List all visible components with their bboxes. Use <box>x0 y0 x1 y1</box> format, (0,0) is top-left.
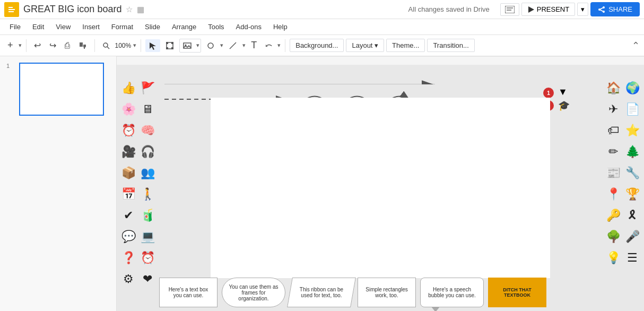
svg-point-11 <box>103 43 108 47</box>
icon-check[interactable]: ✔ <box>119 205 138 226</box>
icon-monitor[interactable]: 🖥 <box>138 99 157 120</box>
image-tool[interactable] <box>180 39 195 52</box>
menu-arrange[interactable]: Arrange <box>167 21 202 33</box>
icon-document[interactable]: 📄 <box>623 99 642 120</box>
icon-bulb[interactable]: 💡 <box>604 247 623 269</box>
share-button[interactable]: SHARE <box>590 2 640 16</box>
undo2-button[interactable]: ⤺ <box>262 38 275 53</box>
icon-tools[interactable]: 🔧 <box>623 162 642 184</box>
add-dropdown[interactable]: ▾ <box>19 42 22 49</box>
shape-ditch[interactable]: DITCH THAT TEXTBOOK <box>488 278 546 307</box>
shape-dropdown[interactable]: ▾ <box>220 42 223 49</box>
shape-speech-label: Here's a speech bubble you can use. <box>426 287 478 298</box>
icon-trophy[interactable]: 🏆 <box>623 184 642 205</box>
present-dropdown[interactable]: ▾ <box>577 3 588 16</box>
redo-button[interactable]: ↪ <box>46 38 59 53</box>
zoom-dropdown[interactable]: ▾ <box>133 42 136 49</box>
canvas-wrapper[interactable]: 👍 🚩 🌸 🖥 ⏰ 🧠 🎥 🎧 📦 👥 📅 🚶 ✔ 🧃 <box>117 65 644 311</box>
down-arrow-icon[interactable]: ▼ <box>558 87 570 98</box>
star-icon[interactable]: ☆ <box>126 5 133 14</box>
icon-newspaper[interactable]: 📰 <box>604 162 623 184</box>
icon-clock[interactable]: ⏰ <box>119 120 138 141</box>
menu-slide[interactable]: Slide <box>140 21 166 33</box>
menu-edit[interactable]: Edit <box>27 21 49 33</box>
svg-rect-17 <box>166 47 168 49</box>
menu-insert[interactable]: Insert <box>77 21 105 33</box>
comments-button[interactable] <box>500 3 519 16</box>
icon-headphones[interactable]: 🎧 <box>138 141 157 162</box>
icon-brain[interactable]: 🧠 <box>138 120 157 141</box>
select-tool[interactable] <box>145 39 160 52</box>
icon-key[interactable]: 🔑 <box>604 205 623 226</box>
zoom-button[interactable] <box>99 40 113 51</box>
image-dropdown[interactable]: ▾ <box>195 42 201 49</box>
icon-camera[interactable]: 🎥 <box>119 141 138 162</box>
icon-calendar[interactable]: 📅 <box>119 184 138 205</box>
icon-person[interactable]: 🚶 <box>138 184 157 205</box>
background-button[interactable]: Background... <box>290 39 344 52</box>
icon-list[interactable]: ☰ <box>623 247 642 269</box>
icon-ribbon[interactable]: 🎗 <box>623 205 642 226</box>
share-label: SHARE <box>608 5 632 13</box>
text-tool[interactable]: T <box>248 38 260 53</box>
icon-star[interactable]: ⭐ <box>623 120 642 141</box>
icon-clock2[interactable]: ⏰ <box>138 247 157 269</box>
shape-simple-rect[interactable]: Simple rectangles work, too. <box>358 278 416 307</box>
icon-cup[interactable]: 🧃 <box>138 205 157 226</box>
theme-button[interactable]: Theme... <box>386 39 425 52</box>
icon-heart[interactable]: ❤ <box>138 269 157 290</box>
icon-globe[interactable]: 🌍 <box>623 77 642 99</box>
icon-thumbsup[interactable]: 👍 <box>119 77 138 99</box>
add-button[interactable]: + <box>4 38 16 53</box>
menu-tools[interactable]: Tools <box>203 21 229 33</box>
icon-home[interactable]: 🏠 <box>604 77 623 99</box>
frame-tool[interactable] <box>162 39 177 52</box>
menu-format[interactable]: Format <box>106 21 138 33</box>
shape-speech[interactable]: Here's a speech bubble you can use. <box>420 278 484 307</box>
toolbar-collapse[interactable]: ⌃ <box>632 40 640 51</box>
line-tool[interactable] <box>225 39 240 52</box>
undo2-dropdown[interactable]: ▾ <box>277 42 281 49</box>
shape-rounded[interactable]: You can use them as frames for organizat… <box>222 278 285 307</box>
print-button[interactable]: ⎙ <box>62 39 73 53</box>
menu-view[interactable]: View <box>50 21 76 33</box>
shape-ribbon[interactable]: This ribbon can be used for text, too. <box>287 278 356 307</box>
icon-plane[interactable]: ✈ <box>604 99 623 120</box>
slide-item-1[interactable]: 1 <box>4 61 112 118</box>
icon-group[interactable]: 👥 <box>138 162 157 184</box>
doc-title[interactable]: GREAT BIG icon board <box>23 4 121 15</box>
header-right: PRESENT ▾ SHARE <box>500 2 640 16</box>
icon-settings[interactable]: ⚙ <box>119 269 138 290</box>
folder-icon[interactable]: ▦ <box>137 5 144 14</box>
left-icon-panel: 👍 🚩 🌸 🖥 ⏰ 🧠 🎥 🎧 📦 👥 📅 🚶 ✔ 🧃 <box>117 73 159 294</box>
present-button[interactable]: PRESENT <box>521 3 575 16</box>
icon-tag[interactable]: 🏷 <box>604 120 623 141</box>
icon-pencil[interactable]: ✏ <box>604 141 623 162</box>
toolbar: + ▾ ↩ ↪ ⎙ 100% ▾ ▾ ▾ ▾ T ⤺ ▾ Background.… <box>0 35 644 56</box>
transition-button[interactable]: Transition... <box>427 39 474 52</box>
icon-flower[interactable]: 🌸 <box>119 99 138 120</box>
shape-tool[interactable] <box>203 39 218 52</box>
undo-button[interactable]: ↩ <box>31 38 44 53</box>
icon-mic[interactable]: 🎤 <box>623 226 642 247</box>
menu-addons[interactable]: Add-ons <box>231 21 267 33</box>
svg-rect-1 <box>505 6 515 13</box>
icon-laptop[interactable]: 💻 <box>138 226 157 247</box>
icon-question[interactable]: ❓ <box>119 247 138 269</box>
line-dropdown[interactable]: ▾ <box>242 42 246 49</box>
menu-file[interactable]: File <box>4 21 26 33</box>
save-status: All changes saved in Drive <box>408 5 490 13</box>
menu-help[interactable]: Help <box>268 21 293 33</box>
paintformat-button[interactable] <box>75 39 90 52</box>
slide-thumbnail[interactable] <box>19 63 104 116</box>
icon-tree[interactable]: 🌲 <box>623 141 642 162</box>
icon-speech[interactable]: 💬 <box>119 226 138 247</box>
down-arrow2-icon[interactable]: 🎓 <box>558 100 570 111</box>
icon-pin[interactable]: 📍 <box>604 184 623 205</box>
layout-button[interactable]: Layout ▾ <box>346 39 384 52</box>
icon-box[interactable]: 📦 <box>119 162 138 184</box>
icon-flag[interactable]: 🚩 <box>138 77 157 99</box>
slide-canvas[interactable] <box>211 98 550 278</box>
shape-textbox[interactable]: Here's a text box you can use. <box>159 278 217 307</box>
icon-tree2[interactable]: 🌳 <box>604 226 623 247</box>
